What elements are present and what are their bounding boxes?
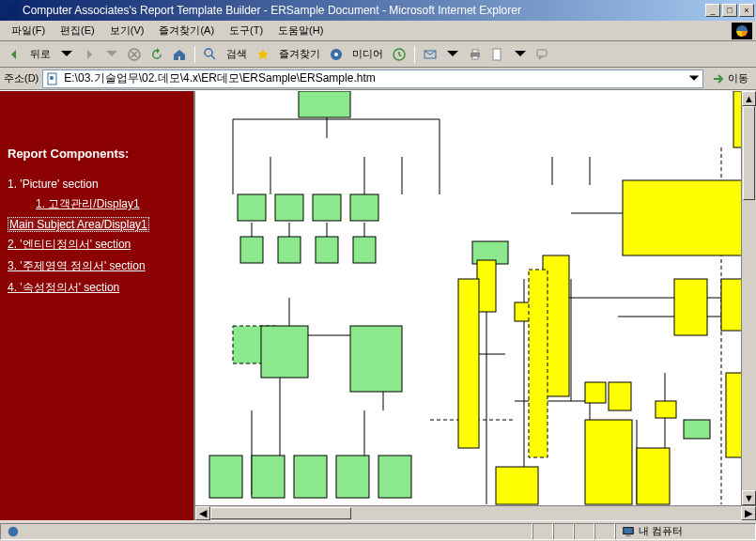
svg-rect-9 [493, 49, 501, 60]
content-area: Report Components: 1. 'Picture' section … [0, 90, 756, 520]
menu-tools[interactable]: 도구(T) [222, 22, 270, 39]
page-icon [45, 71, 60, 86]
menu-file[interactable]: 파일(F) [4, 22, 53, 39]
status-left [0, 523, 532, 540]
svg-rect-43 [637, 448, 670, 504]
back-button[interactable] [4, 44, 24, 65]
address-label: 주소(D) [4, 71, 39, 85]
sidebar: Report Components: 1. 'Picture' section … [0, 91, 193, 520]
status-cell [553, 523, 574, 540]
ie-small-icon [7, 525, 20, 538]
svg-rect-26 [252, 456, 285, 498]
search-label: 검색 [223, 47, 251, 61]
scroll-thumb[interactable] [743, 106, 755, 200]
app-icon [4, 3, 19, 18]
svg-rect-33 [477, 260, 496, 312]
edit-dropdown[interactable] [510, 44, 531, 65]
window-title: Computer Associates's Report Template Bu… [23, 4, 705, 17]
vertical-scrollbar[interactable]: ▲ ▼ [741, 91, 756, 505]
er-diagram[interactable]: ▲ ▼ ◀ ▶ [193, 91, 756, 520]
sidebar-item: 4. '속성정의서' section [8, 280, 186, 296]
status-cell [532, 523, 553, 540]
svg-rect-34 [458, 279, 479, 448]
svg-point-1 [205, 49, 212, 56]
ie-logo-icon [732, 23, 752, 39]
back-label: 뒤로 [26, 47, 54, 61]
svg-rect-23 [261, 326, 308, 378]
sidebar-link[interactable]: 3. '주제영역 정의서' section [8, 259, 146, 272]
scroll-right-icon[interactable]: ▶ [741, 506, 756, 520]
svg-rect-44 [496, 467, 538, 504]
edit-button[interactable] [487, 44, 508, 65]
svg-rect-38 [674, 279, 707, 335]
svg-rect-32 [623, 180, 743, 255]
maximize-button[interactable]: □ [722, 4, 737, 17]
svg-rect-45 [656, 401, 676, 418]
discuss-button[interactable] [532, 44, 553, 65]
toolbar-separator [414, 46, 415, 63]
sidebar-link[interactable]: 1. 고객관리/Display1 [36, 197, 140, 210]
menu-edit[interactable]: 편집(E) [53, 22, 102, 39]
sidebar-item: 1. 고객관리/Display1 [8, 196, 186, 212]
svg-rect-42 [585, 420, 632, 504]
svg-rect-29 [378, 456, 411, 498]
title-bar: Computer Associates's Report Template Bu… [0, 0, 756, 21]
svg-rect-7 [472, 50, 478, 53]
sidebar-link[interactable]: 2. '엔티티정의서' section [8, 238, 131, 251]
svg-point-3 [334, 53, 338, 56]
computer-icon [622, 525, 635, 538]
svg-rect-41 [609, 382, 631, 410]
print-button[interactable] [465, 44, 486, 65]
status-cell [574, 523, 594, 540]
media-button[interactable] [326, 44, 347, 65]
menu-favorites[interactable]: 즐겨찾기(A) [151, 22, 222, 39]
back-dropdown[interactable] [56, 44, 77, 65]
scroll-thumb[interactable] [210, 507, 351, 519]
svg-rect-24 [350, 326, 402, 392]
status-bar: 내 컴퓨터 [0, 520, 756, 541]
svg-rect-28 [336, 456, 369, 498]
scroll-down-icon[interactable]: ▼ [742, 490, 756, 505]
scroll-left-icon[interactable]: ◀ [195, 506, 210, 520]
svg-rect-40 [585, 382, 606, 403]
toolbar-separator [194, 46, 195, 63]
favorites-button[interactable] [253, 44, 273, 65]
svg-rect-19 [278, 237, 301, 263]
sidebar-link-selected[interactable]: Main Subject Area/Display1 [8, 217, 149, 232]
go-button[interactable]: 이동 [707, 71, 752, 86]
favorites-label: 즐겨찾기 [275, 47, 324, 61]
svg-point-48 [8, 526, 19, 536]
horizontal-scrollbar[interactable]: ◀ ▶ [195, 505, 756, 520]
svg-rect-17 [350, 194, 378, 221]
address-input[interactable]: E:\03.기술업무\02.데모\4.x\ER데모\ERSample\ERSam… [42, 70, 703, 88]
toolbar: 뒤로 검색 즐겨찾기 미디어 [0, 41, 756, 68]
sidebar-item: Main Subject Area/Display1 [8, 218, 186, 231]
menu-bar: 파일(F) 편집(E) 보기(V) 즐겨찾기(A) 도구(T) 도움말(H) [0, 21, 756, 41]
address-dropdown[interactable] [687, 72, 701, 85]
mail-button[interactable] [420, 44, 440, 65]
search-button[interactable] [200, 44, 221, 65]
svg-point-12 [50, 76, 54, 80]
svg-rect-15 [275, 194, 303, 221]
mail-dropdown[interactable] [442, 44, 463, 65]
svg-rect-18 [240, 237, 263, 263]
sidebar-item: 1. 'Picture' section [8, 178, 186, 191]
menu-view[interactable]: 보기(V) [102, 22, 152, 39]
close-button[interactable]: × [739, 4, 754, 17]
minimize-button[interactable]: _ [705, 4, 720, 17]
history-button[interactable] [389, 44, 409, 65]
scroll-up-icon[interactable]: ▲ [742, 91, 756, 106]
svg-rect-49 [624, 527, 634, 533]
forward-button[interactable] [79, 44, 100, 65]
sidebar-item: 3. '주제영역 정의서' section [8, 258, 186, 274]
sidebar-header: Report Components: [8, 147, 186, 161]
sidebar-link[interactable]: 4. '속성정의서' section [8, 281, 119, 294]
menu-help[interactable]: 도움말(H) [270, 22, 331, 39]
home-button[interactable] [169, 44, 190, 65]
status-zone: 내 컴퓨터 [615, 523, 756, 540]
svg-rect-14 [238, 194, 266, 221]
stop-button[interactable] [124, 44, 145, 65]
forward-dropdown[interactable] [101, 44, 122, 65]
media-label: 미디어 [348, 47, 387, 61]
refresh-button[interactable] [147, 44, 167, 65]
